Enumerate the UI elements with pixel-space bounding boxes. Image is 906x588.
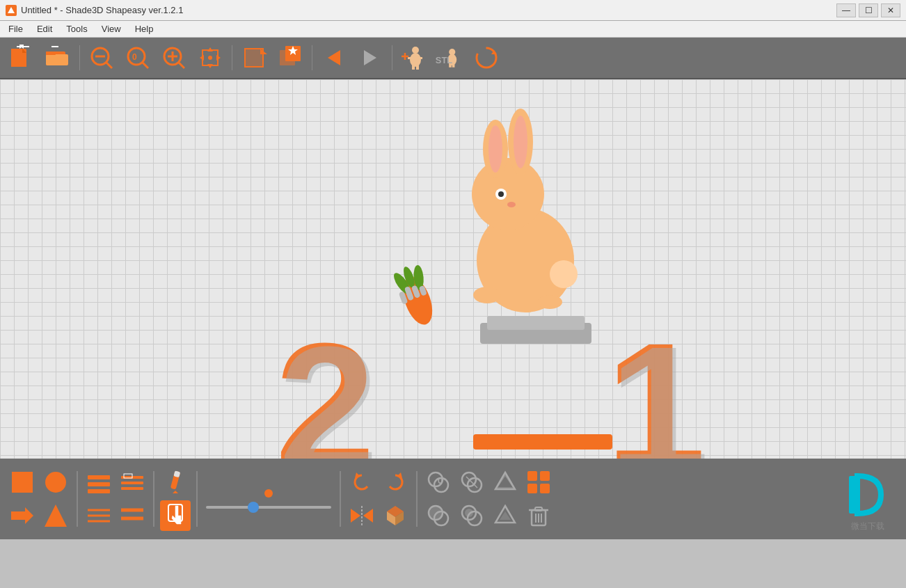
- svg-marker-81: [45, 504, 67, 527]
- play-forward-button[interactable]: [354, 42, 386, 74]
- view-2d-button[interactable]: [238, 42, 270, 74]
- svg-rect-84: [88, 489, 110, 493]
- canvas-area[interactable]: 2 1 2 1: [0, 79, 906, 459]
- lines-thin-tool[interactable]: [84, 500, 114, 531]
- separator-4: [392, 45, 392, 70]
- svg-marker-5: [17, 46, 18, 47]
- svg-point-37: [410, 53, 421, 67]
- add-figure-button[interactable]: [398, 42, 430, 74]
- triangle-tool[interactable]: [40, 500, 71, 531]
- menu-help[interactable]: Help: [129, 22, 159, 35]
- svg-marker-34: [328, 50, 340, 65]
- subtract-b-tool[interactable]: [456, 500, 487, 531]
- separator-2: [232, 45, 232, 70]
- svg-point-79: [45, 472, 66, 493]
- svg-rect-40: [408, 57, 412, 59]
- slider-thumb[interactable]: [248, 502, 259, 513]
- menu-bar: File Edit Tools View Help: [0, 21, 906, 38]
- svg-rect-41: [418, 57, 422, 59]
- svg-line-14: [106, 63, 112, 68]
- circle-tool[interactable]: [40, 467, 71, 498]
- svg-marker-95: [173, 491, 178, 493]
- play-back-button[interactable]: [318, 42, 350, 74]
- open-file-button[interactable]: [42, 42, 74, 74]
- separator-1: [79, 45, 80, 70]
- rotate-button[interactable]: [470, 42, 502, 74]
- svg-rect-47: [452, 63, 455, 67]
- select-tool[interactable]: [160, 500, 191, 531]
- svg-marker-6: [19, 45, 24, 49]
- svg-rect-8: [46, 54, 68, 65]
- bottom-toolbar: ∪: [0, 459, 906, 539]
- rotate-cw-tool[interactable]: [380, 467, 411, 498]
- svg-rect-86: [121, 482, 143, 484]
- rotate-ccw-tool[interactable]: [347, 467, 377, 498]
- add-shape-tool[interactable]: [523, 467, 554, 498]
- svg-marker-80: [11, 507, 33, 524]
- menu-edit[interactable]: Edit: [31, 22, 58, 35]
- svg-point-68: [537, 295, 562, 309]
- mirror-h-tool[interactable]: [347, 500, 377, 531]
- square-tool[interactable]: [7, 467, 38, 498]
- divider-3: [196, 471, 198, 527]
- svg-point-36: [412, 47, 419, 54]
- pen-tool[interactable]: [160, 467, 191, 498]
- svg-line-21: [179, 63, 184, 68]
- svg-rect-116: [527, 484, 537, 493]
- menu-file[interactable]: File: [3, 22, 29, 35]
- arrow-right-tool[interactable]: [7, 500, 38, 531]
- maximize-button[interactable]: ☐: [859, 3, 878, 17]
- svg-marker-10: [53, 46, 58, 47]
- svg-rect-9: [46, 51, 56, 55]
- union-top-tool[interactable]: ∪: [423, 467, 454, 498]
- svg-rect-82: [88, 475, 110, 479]
- svg-point-49: [477, 48, 496, 67]
- dot-indicator: [264, 489, 273, 498]
- logo-icon: [843, 470, 892, 519]
- lines-h-thick-tool[interactable]: [84, 467, 114, 498]
- svg-marker-100: [351, 509, 360, 523]
- minimize-button[interactable]: —: [836, 3, 856, 17]
- main-toolbar: 0: [0, 38, 906, 79]
- close-button[interactable]: ✕: [881, 3, 900, 17]
- svg-rect-87: [121, 487, 143, 490]
- svg-marker-101: [363, 509, 373, 523]
- svg-marker-11: [51, 46, 53, 47]
- svg-text:2: 2: [278, 309, 379, 459]
- svg-rect-39: [416, 64, 419, 70]
- svg-text:0: 0: [132, 52, 137, 62]
- size-slider[interactable]: [206, 506, 331, 509]
- watermark-text: 微当下载: [851, 521, 884, 532]
- line-tools: [84, 467, 148, 531]
- divider-2: [153, 471, 154, 527]
- svg-rect-38: [412, 64, 415, 70]
- menu-view[interactable]: View: [96, 22, 127, 35]
- extrude-tool[interactable]: [380, 500, 411, 531]
- svg-point-63: [514, 116, 527, 168]
- union-b-tool[interactable]: [423, 500, 454, 531]
- lines-thick-tool[interactable]: [117, 500, 148, 531]
- zoom-in-button[interactable]: [158, 42, 190, 74]
- watermark: 微当下载: [843, 470, 892, 532]
- svg-marker-35: [364, 50, 376, 65]
- svg-rect-127: [535, 507, 542, 511]
- pan-button[interactable]: [194, 42, 226, 74]
- lines-medium-tool[interactable]: [117, 467, 148, 498]
- menu-tools[interactable]: Tools: [61, 22, 93, 35]
- svg-line-17: [143, 63, 148, 68]
- title-controls: — ☐ ✕: [836, 3, 900, 17]
- new-file-button[interactable]: [6, 42, 38, 74]
- import-stl-button[interactable]: STL: [434, 42, 466, 74]
- view-3d-button[interactable]: [274, 42, 306, 74]
- intersect-top-tool[interactable]: [490, 467, 520, 498]
- intersect-b-tool[interactable]: [490, 500, 520, 531]
- divider-4: [340, 471, 341, 527]
- delete-tool[interactable]: [523, 500, 554, 531]
- subtract-top-tool[interactable]: [456, 467, 487, 498]
- svg-text:1: 1: [609, 309, 710, 459]
- zoom-reset-button[interactable]: 0: [122, 42, 154, 74]
- svg-point-65: [498, 191, 504, 197]
- zoom-out-button[interactable]: [86, 42, 118, 74]
- title-left: Untitled * - Shade3D Shapeasy ver.1.2.1: [6, 5, 183, 16]
- app-icon: [6, 5, 17, 16]
